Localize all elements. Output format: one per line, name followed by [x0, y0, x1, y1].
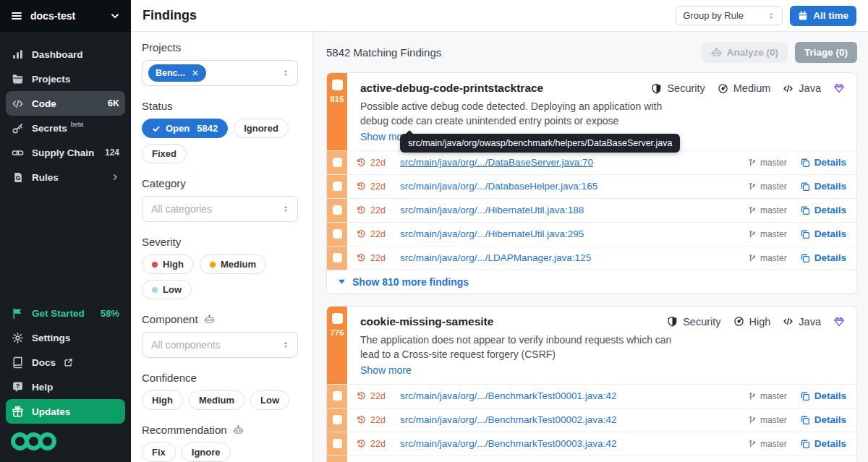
- group-checkbox[interactable]: [332, 80, 343, 90]
- file-link[interactable]: src/main/java/org/.../DatabaseHelper.jav…: [400, 181, 597, 192]
- file-link[interactable]: src/main/java/org/.../BenchmarkTest00002…: [400, 414, 616, 425]
- sidebar-item-supply-chain[interactable]: Supply Chain 124: [6, 140, 125, 165]
- finding-group-rail: 815: [327, 73, 347, 150]
- sidebar-item-help[interactable]: ? Help: [6, 375, 125, 399]
- history-icon: [357, 229, 366, 239]
- details-link[interactable]: Details: [800, 181, 846, 192]
- row-checkbox[interactable]: [333, 181, 342, 191]
- status-pill-open[interactable]: Open 5842: [142, 119, 228, 138]
- component-select[interactable]: All components: [142, 332, 298, 358]
- details-link[interactable]: Details: [800, 438, 846, 449]
- book-icon: [12, 356, 24, 369]
- severity-dot: [152, 262, 158, 268]
- status-pill-ignored[interactable]: Ignored: [234, 119, 289, 138]
- details-link[interactable]: Details: [800, 157, 846, 168]
- calendar-icon: [798, 11, 808, 21]
- analyze-button[interactable]: Analyze (0): [702, 42, 788, 63]
- sidebar-item-get-started[interactable]: Get Started 58%: [6, 301, 125, 325]
- row-checkbox[interactable]: [333, 158, 342, 167]
- row-checkbox[interactable]: [333, 253, 342, 262]
- category-placeholder: All categories: [148, 203, 212, 215]
- chevron-down-icon[interactable]: [110, 11, 120, 21]
- severity-pill-medium[interactable]: Medium: [200, 254, 266, 274]
- projects-select[interactable]: Benc...: [142, 60, 298, 86]
- confidence-pill-high[interactable]: High: [142, 390, 183, 410]
- group-checkbox[interactable]: [332, 313, 343, 324]
- time-range-button[interactable]: All time: [790, 6, 856, 26]
- rules-icon: [12, 171, 24, 184]
- branch-label: master: [748, 158, 787, 168]
- row-checkbox[interactable]: [333, 415, 342, 424]
- row-checkbox[interactable]: [333, 205, 342, 215]
- file-link[interactable]: src/main/java/org/.../HibernateUtil.java…: [400, 205, 584, 215]
- details-link[interactable]: Details: [800, 228, 846, 239]
- finding-card-header: 776 cookie-missing-samesite Security Hig…: [327, 307, 856, 384]
- pro-rule-gem-icon[interactable]: [833, 316, 845, 328]
- finding-rows: 22d src/main/java/org/.../BenchmarkTest0…: [327, 384, 856, 462]
- branch-label: master: [748, 391, 787, 401]
- row-checkbox[interactable]: [333, 229, 342, 239]
- key-icon: [12, 122, 24, 134]
- details-link[interactable]: Details: [800, 390, 846, 401]
- row-checkbox[interactable]: [333, 439, 342, 448]
- confidence-pill-low[interactable]: Low: [250, 390, 289, 410]
- recommendation-pill-ignore[interactable]: Ignore: [182, 442, 231, 462]
- hamburger-icon[interactable]: [11, 10, 22, 22]
- status-filter-label: Status: [142, 100, 298, 112]
- finding-group-rail: 776: [327, 307, 347, 384]
- file-link[interactable]: src/main/java/org/.../HibernateUtil.java…: [400, 228, 584, 239]
- language-tag[interactable]: Java: [783, 82, 821, 94]
- details-link[interactable]: Details: [800, 205, 846, 215]
- sidebar-item-secrets[interactable]: Secrets beta: [6, 116, 125, 140]
- category-tag[interactable]: Security: [651, 82, 705, 94]
- group-by-select[interactable]: Group by Rule: [676, 6, 783, 25]
- component-filter-text: Component: [142, 313, 198, 325]
- show-more-findings[interactable]: Show 810 more findings: [327, 270, 856, 294]
- rule-name[interactable]: cookie-missing-samesite: [360, 315, 493, 328]
- severity-tag[interactable]: High: [733, 316, 771, 328]
- row-checkbox[interactable]: [333, 391, 342, 401]
- details-icon: [800, 253, 810, 263]
- findings-area: 5842 Matching Findings Analyze (0) Triag…: [313, 32, 868, 462]
- rule-name[interactable]: active-debug-code-printstacktrace: [360, 82, 543, 95]
- file-link[interactable]: src/main/java/org/.../DataBaseServer.jav…: [400, 157, 593, 168]
- file-link[interactable]: src/main/java/org/.../BenchmarkTest00003…: [400, 438, 616, 449]
- severity-pill-high[interactable]: High: [142, 254, 194, 274]
- details-link[interactable]: Details: [800, 414, 846, 425]
- project-chip[interactable]: Benc...: [148, 64, 206, 82]
- pro-rule-gem-icon[interactable]: [833, 82, 845, 94]
- file-path-tooltip: src/main/java/org/owasp/benchmark/helper…: [400, 134, 680, 153]
- rule-tags: Security Medium Java: [651, 82, 845, 94]
- sidebar-item-docs[interactable]: Docs: [6, 350, 125, 375]
- row-rail: [327, 385, 347, 408]
- triage-button[interactable]: Triage (0): [795, 42, 857, 63]
- sidebar-item-projects[interactable]: Projects: [6, 67, 125, 91]
- matching-count: 5842 Matching Findings: [326, 46, 441, 59]
- finding-age: 22d: [357, 415, 394, 425]
- group-by-value: Group by Rule: [683, 10, 744, 21]
- sidebar-item-settings[interactable]: Settings: [6, 325, 125, 350]
- status-pill-fixed[interactable]: Fixed: [142, 144, 187, 163]
- severity-pill-low[interactable]: Low: [142, 280, 192, 299]
- finding-age: 22d: [357, 158, 394, 168]
- branch-icon: [748, 416, 757, 424]
- sidebar-item-dashboard[interactable]: Dashboard: [6, 42, 125, 67]
- close-icon[interactable]: [192, 69, 199, 77]
- sidebar-header[interactable]: docs-test: [0, 0, 131, 32]
- recommendation-pill-fix[interactable]: Fix: [142, 442, 176, 462]
- finding-age: 22d: [357, 205, 394, 215]
- branch-label: master: [748, 253, 787, 263]
- details-link[interactable]: Details: [800, 252, 846, 263]
- sidebar-item-updates[interactable]: Updates: [6, 399, 125, 424]
- severity-tag[interactable]: Medium: [718, 82, 771, 94]
- sidebar-item-code[interactable]: Code 6K: [6, 91, 125, 116]
- file-link[interactable]: src/main/java/org/.../LDAPManager.java:1…: [400, 252, 591, 263]
- gauge-icon: [733, 316, 744, 327]
- language-tag[interactable]: Java: [783, 316, 821, 328]
- sidebar-item-rules[interactable]: Rules: [6, 165, 125, 189]
- file-link[interactable]: src/main/java/org/.../BenchmarkTest00001…: [400, 390, 616, 401]
- category-tag[interactable]: Security: [667, 316, 720, 328]
- show-more-link[interactable]: Show more: [360, 364, 412, 376]
- confidence-pill-medium[interactable]: Medium: [189, 390, 244, 410]
- category-select[interactable]: All categories: [142, 196, 298, 222]
